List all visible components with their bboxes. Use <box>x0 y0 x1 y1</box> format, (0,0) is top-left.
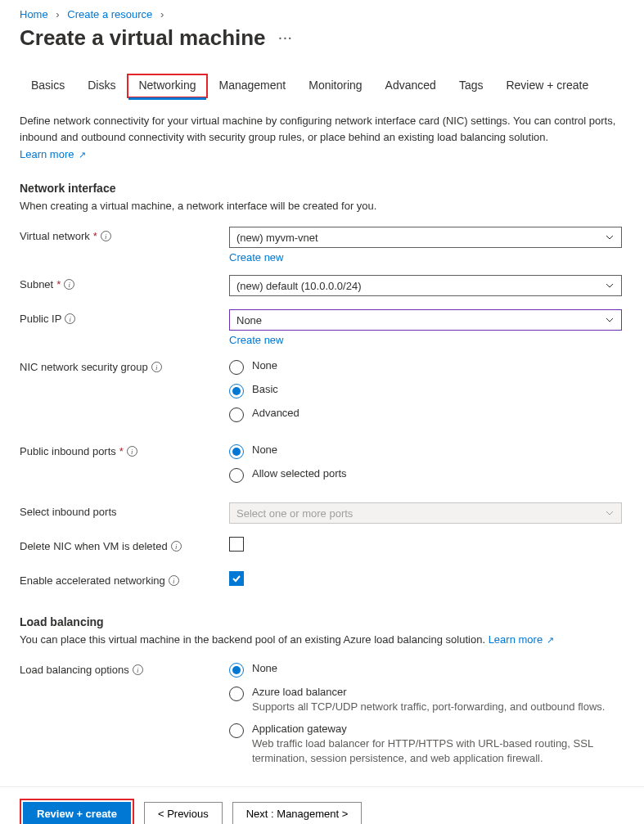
nsg-radio-group: None Basic Advanced <box>229 358 622 422</box>
public-ip-dropdown[interactable]: None <box>229 309 622 331</box>
learn-more-link[interactable]: Learn more ↗ <box>20 148 86 160</box>
review-create-highlight: Review + create <box>20 799 134 824</box>
subnet-label: Subnet * i <box>20 275 229 290</box>
footer: Review + create < Previous Next : Manage… <box>0 786 644 824</box>
virtual-network-create-new[interactable]: Create new <box>229 251 283 263</box>
public-inbound-radio-group: None Allow selected ports <box>229 442 622 483</box>
nsg-radio-none[interactable]: None <box>229 359 622 375</box>
external-link-icon: ↗ <box>75 150 85 160</box>
nsg-label: NIC network security group i <box>20 358 229 373</box>
public-inbound-radio-allow[interactable]: Allow selected ports <box>229 467 622 483</box>
tab-advanced[interactable]: Advanced <box>374 74 448 98</box>
select-ports-dropdown: Select one or more ports <box>229 502 622 524</box>
lb-appgw-desc: Web traffic load balancer for HTTP/HTTPS… <box>252 736 622 766</box>
required-indicator: * <box>56 278 61 290</box>
virtual-network-dropdown[interactable]: (new) myvm-vnet <box>229 227 622 248</box>
load-balancing-sub: You can place this virtual machine in th… <box>20 633 624 646</box>
accel-net-checkbox[interactable] <box>229 571 244 586</box>
select-ports-label: Select inbound ports <box>20 502 229 518</box>
nsg-radio-advanced[interactable]: Advanced <box>229 407 622 422</box>
subnet-value: (new) default (10.0.0.0/24) <box>236 280 361 292</box>
network-interface-heading: Network interface <box>20 182 624 195</box>
nsg-radio-basic[interactable]: Basic <box>229 383 622 398</box>
required-indicator: * <box>93 230 97 242</box>
lb-radio-alb[interactable]: Azure load balancer Supports all TCP/UDP… <box>229 686 622 714</box>
lb-options-label: Load balancing options i <box>20 660 229 676</box>
info-icon[interactable]: i <box>64 279 74 290</box>
info-icon[interactable]: i <box>171 541 182 552</box>
info-icon[interactable]: i <box>127 446 137 457</box>
virtual-network-label: Virtual network * i <box>20 227 229 242</box>
tab-review-create[interactable]: Review + create <box>494 74 600 98</box>
page-title-text: Create a virtual machine <box>20 25 266 51</box>
review-create-button[interactable]: Review + create <box>23 802 131 824</box>
breadcrumb-home[interactable]: Home <box>20 8 48 20</box>
public-ip-label: Public IP i <box>20 309 229 325</box>
external-link-icon: ↗ <box>544 635 554 645</box>
tab-disks[interactable]: Disks <box>76 74 127 98</box>
network-interface-sub: When creating a virtual machine, a netwo… <box>20 200 624 212</box>
required-indicator: * <box>119 445 124 457</box>
tab-basics[interactable]: Basics <box>20 74 76 98</box>
delete-nic-label: Delete NIC when VM is deleted i <box>20 537 229 552</box>
tab-monitoring[interactable]: Monitoring <box>297 74 373 98</box>
info-icon[interactable]: i <box>101 231 111 241</box>
breadcrumb: Home › Create a resource › <box>20 8 624 20</box>
public-inbound-radio-none[interactable]: None <box>229 444 622 459</box>
select-ports-placeholder: Select one or more ports <box>236 507 353 520</box>
lb-radio-group: None Azure load balancer Supports all TC… <box>229 660 622 767</box>
intro-text: Define network connectivity for your vir… <box>20 113 624 145</box>
tabs: Basics Disks Networking Management Monit… <box>20 74 624 98</box>
lb-radio-appgw[interactable]: Application gateway Web traffic load bal… <box>229 723 622 766</box>
next-button[interactable]: Next : Management > <box>232 802 363 824</box>
accel-net-label: Enable accelerated networking i <box>20 571 229 587</box>
more-icon[interactable]: ··· <box>279 32 294 45</box>
lb-learn-more-link[interactable]: Learn more ↗ <box>489 633 555 646</box>
load-balancing-heading: Load balancing <box>20 615 624 628</box>
chevron-down-icon <box>605 281 615 290</box>
lb-radio-none[interactable]: None <box>229 662 622 678</box>
tab-networking[interactable]: Networking <box>127 74 207 98</box>
breadcrumb-sep: › <box>160 8 164 20</box>
breadcrumb-create-resource[interactable]: Create a resource <box>67 8 152 20</box>
lb-alb-desc: Supports all TCP/UDP network traffic, po… <box>252 700 605 714</box>
subnet-dropdown[interactable]: (new) default (10.0.0.0/24) <box>229 275 622 296</box>
info-icon[interactable]: i <box>65 313 75 324</box>
previous-button[interactable]: < Previous <box>144 802 223 824</box>
public-ip-create-new[interactable]: Create new <box>229 334 283 346</box>
learn-more-label: Learn more <box>20 148 74 160</box>
info-icon[interactable]: i <box>133 664 143 675</box>
tab-management[interactable]: Management <box>208 74 298 98</box>
virtual-network-value: (new) myvm-vnet <box>236 232 318 244</box>
tab-tags[interactable]: Tags <box>448 74 495 98</box>
public-inbound-label: Public inbound ports * i <box>20 442 229 457</box>
info-icon[interactable]: i <box>151 362 162 372</box>
chevron-down-icon <box>605 508 615 518</box>
info-icon[interactable]: i <box>169 575 179 586</box>
chevron-down-icon <box>605 232 615 242</box>
chevron-down-icon <box>605 315 615 325</box>
page-title: Create a virtual machine ··· <box>20 25 624 51</box>
breadcrumb-sep: › <box>56 8 59 20</box>
public-ip-value: None <box>236 314 262 326</box>
delete-nic-checkbox[interactable] <box>229 537 244 552</box>
